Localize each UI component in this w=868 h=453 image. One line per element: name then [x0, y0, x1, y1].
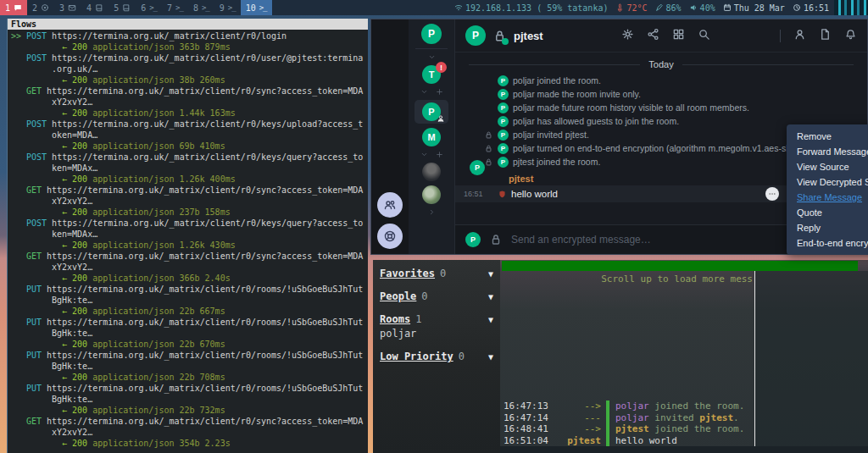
room-item-poljar[interactable]: poljar — [380, 328, 493, 340]
workspace-9[interactable]: 9>_ — [214, 0, 241, 15]
flow-method: POST — [26, 119, 47, 129]
flow-row[interactable]: >>POST https://termina.org.uk/_matrix/cl… — [11, 30, 368, 52]
header-apps-button[interactable] — [672, 28, 685, 44]
header-settings-button[interactable] — [621, 28, 634, 44]
composer-input[interactable]: Send an encrypted message… — [511, 234, 833, 246]
workspace-6[interactable]: 6>_ — [136, 0, 162, 15]
flow-row[interactable]: GET https://termina.org.uk/_matrix/clien… — [11, 251, 368, 284]
flow-response: ← 200 application/json 22b 708ms — [11, 372, 368, 383]
chevron-down-icon — [428, 53, 436, 61]
flow-status: ← 200 — [62, 373, 87, 382]
room-avatar-M[interactable]: M — [422, 128, 441, 146]
sender-avatar[interactable]: P — [470, 160, 485, 175]
flow-row[interactable]: PUT https://termina.org.uk/_matrix/clien… — [11, 350, 368, 383]
menu-item-view-source[interactable]: View Source — [787, 159, 868, 174]
workspace-4[interactable]: 4 — [81, 0, 108, 15]
flow-row[interactable]: POST https://termina.org.uk/_matrix/clie… — [11, 218, 368, 251]
flow-response: ← 200 application/json 363b 879ms — [11, 41, 368, 52]
section-toggle-invites[interactable] — [428, 53, 436, 61]
menu-item-end-to-end-encry[interactable]: End-to-end encry — [787, 235, 868, 251]
flow-row[interactable]: PUT https://termina.org.uk/_matrix/clien… — [11, 284, 368, 317]
flow-row[interactable]: POST https://termina.org.uk/_matrix/clie… — [11, 119, 368, 152]
header-share-button[interactable] — [647, 28, 659, 44]
community-panel — [371, 19, 409, 254]
room-sections-panel: Favorites0▼People0▼Rooms1▼poljarLow Prio… — [373, 260, 500, 453]
menu-item-share-message[interactable]: Share Message — [787, 190, 868, 205]
flow-response: ← 200 application/json 22b 667ms — [11, 306, 368, 317]
flow-row[interactable]: PUT https://termina.org.uk/_matrix/clien… — [11, 383, 368, 416]
prefix-separator — [606, 423, 609, 434]
header-notifications-button[interactable] — [844, 28, 857, 44]
flow-request-line: POST https://termina.org.uk/_matrix/clie… — [11, 152, 368, 163]
collapse-arrow-icon[interactable]: ▼ — [488, 351, 493, 363]
section-favorites[interactable]: Favorites0▼ — [380, 268, 493, 279]
statue-avatar[interactable] — [422, 163, 441, 181]
flows-header: Flows — [8, 19, 368, 30]
lock-icon — [484, 130, 493, 140]
workspace-3[interactable]: 3 — [54, 0, 81, 15]
header-members-button[interactable] — [793, 28, 806, 44]
flow-url-continuation: .org.uk/… — [11, 64, 368, 75]
flow-meta: application/json 69b 410ms — [87, 141, 225, 151]
room-list-panel: PT!PM — [409, 19, 455, 254]
section-people[interactable]: People0▼ — [380, 290, 493, 302]
share-icon — [647, 28, 659, 41]
event-text: pjtest joined the room. — [513, 157, 600, 167]
room-avatar-T[interactable]: T! — [422, 65, 441, 84]
workspace-8[interactable]: 8>_ — [188, 0, 214, 15]
status-text: 72°C — [626, 3, 647, 13]
help-button[interactable] — [377, 224, 403, 249]
wallpaper-art — [834, 0, 868, 15]
collapse-arrow-icon[interactable]: ▼ — [488, 268, 493, 280]
flow-row[interactable]: POST https://termina.org.uk/_matrix/clie… — [11, 52, 368, 86]
section-low-priority[interactable]: Low Priority0▼ — [380, 351, 493, 362]
flow-url-continuation: xY2xvY2… — [11, 262, 368, 273]
menu-item-quote[interactable]: Quote — [787, 205, 868, 220]
flow-cursor: >> — [11, 30, 26, 41]
menu-item-remove[interactable]: Remove — [787, 129, 868, 144]
section-rooms[interactable]: Rooms1▼poljar — [380, 313, 493, 340]
flow-url: https://termina.org.uk/_matrix/client/r0… — [47, 152, 363, 162]
flow-url: https://termina.org.uk/_matrix/client/r0… — [42, 384, 363, 393]
workspace-2[interactable]: 2 — [27, 0, 54, 15]
collapse-arrow-icon[interactable]: ▼ — [488, 314, 493, 326]
room-avatar[interactable]: P — [465, 25, 486, 46]
workspace-number: 9 — [220, 3, 225, 13]
workspace-1[interactable]: 1 — [0, 0, 27, 15]
flow-row[interactable]: GET https://termina.org.uk/_matrix/clien… — [11, 185, 368, 218]
flow-row[interactable]: GET https://termina.org.uk/_matrix/clien… — [11, 86, 368, 119]
workspace-5[interactable]: 5 — [108, 0, 136, 15]
chat-icon — [14, 3, 22, 12]
message-timestamp: 16:51 — [464, 190, 498, 198]
chat-line: 16:51:04pjtesthello world — [504, 435, 754, 446]
flow-request-line: PUT https://termina.org.uk/_matrix/clien… — [11, 317, 368, 328]
workspace-10[interactable]: 10>_ — [241, 0, 272, 15]
flow-row[interactable]: GET https://termina.org.uk/_matrix/clien… — [11, 416, 368, 449]
expand-panel-button[interactable] — [428, 208, 436, 216]
workspace-7[interactable]: 7>_ — [162, 0, 188, 15]
event-text: poljar made the room invite only. — [513, 89, 641, 99]
header-files-button[interactable] — [819, 28, 832, 44]
flow-url-continuation: xY2xvY2… — [11, 196, 368, 207]
flow-response: ← 200 application/json 1.26k 430ms — [11, 240, 368, 251]
lock-icon — [484, 157, 493, 167]
selected-room[interactable]: P — [415, 100, 448, 124]
flow-row[interactable]: PUT https://termina.org.uk/_matrix/clien… — [11, 317, 368, 350]
timeline-event: Ppoljar made future room history visible… — [484, 102, 867, 113]
user-menu-avatar[interactable]: P — [421, 24, 442, 44]
header-search-button[interactable] — [698, 28, 710, 44]
search-icon — [698, 28, 710, 41]
section-toggle-people[interactable] — [420, 151, 443, 158]
menu-item-reply[interactable]: Reply — [787, 220, 868, 235]
quaternion-window: Favorites0▼People0▼Rooms1▼poljarLow Prio… — [373, 260, 868, 453]
globe-avatar[interactable] — [422, 185, 441, 204]
menu-item-view-decrypted-s[interactable]: View Decrypted S — [787, 174, 868, 190]
workspace-number: 5 — [114, 3, 119, 13]
flow-row[interactable]: POST https://termina.org.uk/_matrix/clie… — [11, 152, 368, 185]
chat-line: 16:47:14---poljar invited pjtest. — [504, 412, 754, 423]
collapse-arrow-icon[interactable]: ▼ — [488, 291, 493, 303]
section-toggle-rooms[interactable] — [420, 88, 443, 96]
people-groups-button[interactable] — [377, 192, 403, 218]
message-options-button[interactable] — [765, 187, 779, 201]
menu-item-forward-message[interactable]: Forward Message — [787, 144, 868, 159]
